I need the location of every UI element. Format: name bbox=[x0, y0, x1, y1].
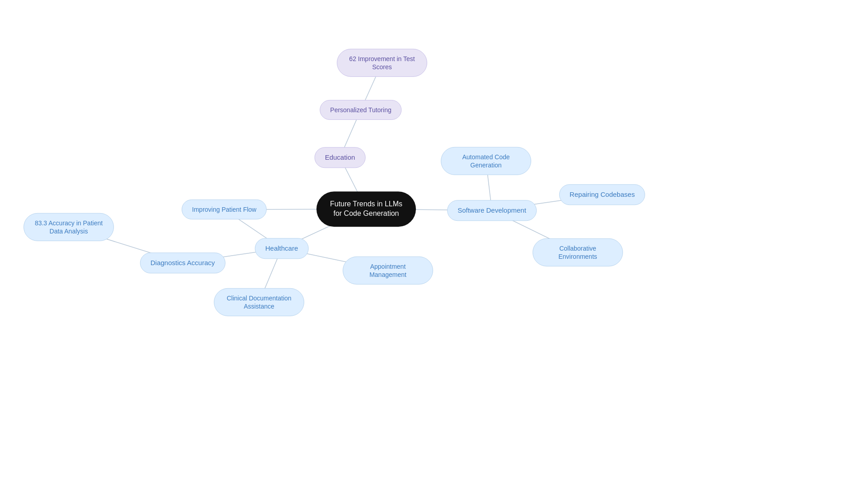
accuracy-patient-data-node: 83.3 Accuracy in Patient Data Analysis bbox=[24, 213, 114, 241]
personalized-tutoring-node: Personalized Tutoring bbox=[320, 100, 401, 120]
connections-svg bbox=[0, 0, 868, 490]
education-node: Education bbox=[315, 147, 366, 168]
healthcare-node: Healthcare bbox=[255, 238, 309, 259]
automated-code-generation-node: Automated Code Generation bbox=[441, 147, 531, 175]
diagnostics-accuracy-node: Diagnostics Accuracy bbox=[140, 252, 226, 273]
mind-map-container: Future Trends in LLMs for Code Generatio… bbox=[0, 0, 868, 490]
improving-patient-flow-node: Improving Patient Flow bbox=[182, 200, 267, 219]
clinical-documentation-node: Clinical Documentation Assistance bbox=[214, 288, 304, 316]
software-development-node: Software Development bbox=[447, 200, 537, 221]
appointment-management-node: Appointment Management bbox=[343, 257, 433, 285]
improvement-in-test-scores-node: 62 Improvement in Test Scores bbox=[337, 49, 427, 77]
center-node: Future Trends in LLMs for Code Generatio… bbox=[316, 191, 416, 227]
repairing-codebases-node: Repairing Codebases bbox=[559, 184, 645, 205]
collaborative-environments-node: Collaborative Environments bbox=[533, 238, 623, 266]
